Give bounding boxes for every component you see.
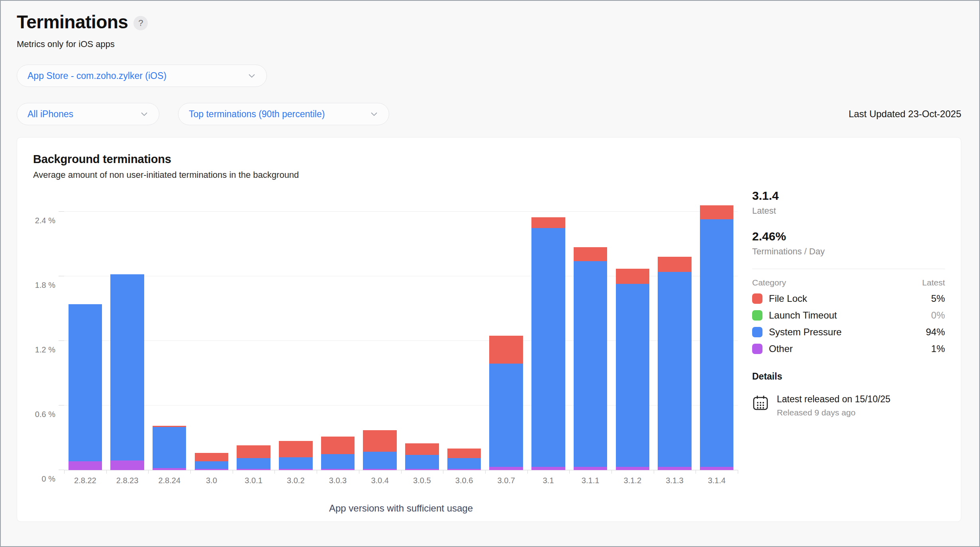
legend-swatch bbox=[752, 327, 762, 337]
y-axis-label: 0.6 % bbox=[35, 410, 55, 419]
y-axis-label: 1.8 % bbox=[35, 281, 55, 290]
release-detail-item: Latest released on 15/10/25 Released 9 d… bbox=[752, 394, 945, 417]
chart-subtitle: Average amount of non user-initiated ter… bbox=[33, 170, 945, 180]
x-axis-caption: App versions with sufficient usage bbox=[64, 503, 738, 514]
category-value: 0% bbox=[931, 310, 945, 321]
y-tick bbox=[59, 276, 64, 276]
legend-swatch bbox=[752, 344, 762, 354]
segment-system-pressure bbox=[574, 261, 608, 467]
device-filter-dropdown[interactable]: All iPhones bbox=[17, 103, 159, 125]
bar-stack-3.0 bbox=[195, 453, 229, 470]
bar-3.1.2[interactable] bbox=[612, 199, 654, 470]
bar-stack-3.0.7 bbox=[489, 336, 523, 470]
x-label-3.1.1: 3.1.1 bbox=[569, 476, 612, 485]
background-terminations-card: Background terminations Average amount o… bbox=[17, 137, 961, 522]
app-selector-value: App Store - com.zoho.zylker (iOS) bbox=[27, 71, 167, 81]
bar-stack-3.0.1 bbox=[237, 445, 270, 470]
bar-3.1[interactable] bbox=[527, 199, 570, 470]
bar-3.1.3[interactable] bbox=[654, 199, 696, 470]
latest-column-header: Latest bbox=[922, 278, 945, 287]
y-tick bbox=[59, 405, 64, 405]
chevron-down-icon bbox=[140, 110, 149, 118]
bar-3.0.4[interactable] bbox=[359, 199, 401, 470]
segment-file-lock bbox=[574, 247, 608, 261]
help-icon[interactable]: ? bbox=[133, 16, 148, 30]
segment-system-pressure bbox=[69, 304, 102, 461]
category-table-header: Category Latest bbox=[752, 278, 945, 287]
segment-system-pressure bbox=[279, 457, 313, 469]
metric-filter-dropdown[interactable]: Top terminations (90th percentile) bbox=[178, 103, 389, 125]
category-row-file-lock: File Lock5% bbox=[752, 293, 945, 304]
segment-system-pressure bbox=[700, 219, 734, 467]
segment-other bbox=[531, 467, 565, 470]
segment-system-pressure bbox=[110, 274, 144, 460]
segment-file-lock bbox=[658, 257, 692, 272]
stacked-bar-plot: 0 %0.6 %1.2 %1.8 %2.4 % bbox=[64, 199, 738, 470]
category-value: 94% bbox=[926, 327, 945, 338]
category-value: 1% bbox=[931, 343, 945, 354]
x-tick bbox=[654, 470, 654, 474]
x-axis-labels: 2.8.222.8.232.8.243.03.0.13.0.23.0.33.0.… bbox=[64, 476, 738, 485]
bar-3.0.1[interactable] bbox=[233, 199, 275, 470]
category-name: Launch Timeout bbox=[769, 310, 837, 321]
segment-other bbox=[616, 467, 650, 470]
category-row-system-pressure: System Pressure94% bbox=[752, 327, 945, 338]
x-tick bbox=[401, 470, 402, 474]
segment-file-lock bbox=[405, 443, 439, 455]
latest-version-caption: Latest bbox=[752, 206, 945, 216]
x-label-3.1: 3.1 bbox=[527, 476, 570, 485]
bar-2.8.22[interactable] bbox=[64, 199, 106, 470]
y-tick bbox=[59, 470, 64, 470]
x-label-3.1.3: 3.1.3 bbox=[654, 476, 696, 485]
bar-3.1.1[interactable] bbox=[569, 199, 612, 470]
x-tick bbox=[233, 470, 233, 474]
plot-wrap: 0 %0.6 %1.2 %1.8 %2.4 % 2.8.222.8.232.8.… bbox=[33, 182, 738, 514]
segment-file-lock bbox=[700, 205, 734, 219]
bar-3.1.4[interactable] bbox=[696, 199, 738, 470]
page-title: Terminations bbox=[17, 11, 128, 33]
segment-other bbox=[195, 469, 229, 470]
bar-stack-3.1.4 bbox=[700, 205, 734, 470]
segment-file-lock bbox=[321, 437, 355, 454]
x-label-2.8.24: 2.8.24 bbox=[148, 476, 190, 485]
bar-3.0.3[interactable] bbox=[317, 199, 359, 470]
segment-system-pressure bbox=[531, 228, 565, 467]
bar-2.8.24[interactable] bbox=[148, 199, 190, 470]
latest-version-number: 3.1.4 bbox=[752, 189, 945, 203]
x-tick bbox=[527, 470, 528, 474]
segment-other bbox=[153, 468, 186, 470]
segment-other bbox=[574, 467, 608, 470]
segment-other bbox=[405, 469, 439, 470]
terminations-rate-value: 2.46% bbox=[752, 230, 945, 243]
segment-system-pressure bbox=[447, 458, 481, 469]
bar-3.0.2[interactable] bbox=[274, 199, 317, 470]
segment-file-lock bbox=[279, 441, 313, 457]
segment-other bbox=[321, 469, 355, 470]
bar-3.0[interactable] bbox=[190, 199, 233, 470]
legend-swatch bbox=[752, 293, 762, 304]
bar-2.8.23[interactable] bbox=[106, 199, 149, 470]
x-tick bbox=[696, 470, 696, 474]
terminations-rate-caption: Terminations / Day bbox=[752, 246, 945, 257]
page-subtitle: Metrics only for iOS apps bbox=[17, 39, 961, 49]
bar-3.0.7[interactable] bbox=[485, 199, 527, 470]
bar-stack-2.8.24 bbox=[153, 426, 186, 470]
bar-stack-3.1 bbox=[531, 217, 565, 470]
segment-system-pressure bbox=[489, 364, 523, 467]
segment-system-pressure bbox=[658, 272, 692, 467]
bar-stack-2.8.22 bbox=[69, 304, 102, 470]
bar-3.0.6[interactable] bbox=[443, 199, 485, 470]
category-value: 5% bbox=[931, 293, 945, 304]
segment-system-pressure bbox=[195, 461, 229, 469]
device-filter-value: All iPhones bbox=[27, 109, 73, 120]
x-label-2.8.22: 2.8.22 bbox=[64, 476, 106, 485]
segment-other bbox=[363, 469, 397, 470]
segment-system-pressure bbox=[363, 452, 397, 469]
bar-3.0.5[interactable] bbox=[401, 199, 443, 470]
app-selector-dropdown[interactable]: App Store - com.zoho.zylker (iOS) bbox=[17, 65, 267, 87]
chevron-down-icon bbox=[247, 71, 256, 80]
segment-file-lock bbox=[616, 269, 650, 284]
chart-title: Background terminations bbox=[33, 153, 945, 166]
segment-other bbox=[658, 467, 692, 470]
x-label-3.0.6: 3.0.6 bbox=[443, 476, 485, 485]
